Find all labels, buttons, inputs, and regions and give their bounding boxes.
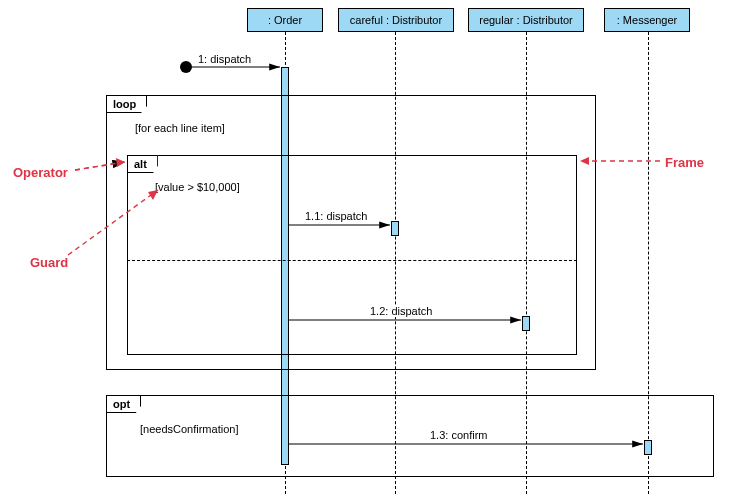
msg-1-3-confirm: 1.3: confirm <box>430 429 487 441</box>
frame-tag-alt: alt <box>127 155 158 173</box>
lifeline-order: : Order <box>247 8 323 32</box>
frame-tag-opt: opt <box>106 395 141 413</box>
msg-1-2-dispatch: 1.2: dispatch <box>370 305 432 317</box>
annotation-frame: Frame <box>665 155 704 170</box>
guard-opt: [needsConfirmation] <box>140 423 238 435</box>
annotation-guard: Guard <box>30 255 68 270</box>
start-node <box>180 61 192 73</box>
frame-tag-loop: loop <box>106 95 147 113</box>
msg-1-dispatch: 1: dispatch <box>198 53 251 65</box>
guard-alt: [value > $10,000] <box>155 181 240 193</box>
alt-divider <box>127 260 577 261</box>
annotation-operator: Operator <box>13 165 68 180</box>
frame-opt: opt <box>106 395 714 477</box>
guard-loop: [for each line item] <box>135 122 225 134</box>
sequence-diagram: : Order careful : Distributor regular : … <box>0 0 735 502</box>
msg-1-1-dispatch: 1.1: dispatch <box>305 210 367 222</box>
lifeline-regular: regular : Distributor <box>468 8 584 32</box>
lifeline-messenger: : Messenger <box>604 8 690 32</box>
lifeline-careful: careful : Distributor <box>338 8 454 32</box>
